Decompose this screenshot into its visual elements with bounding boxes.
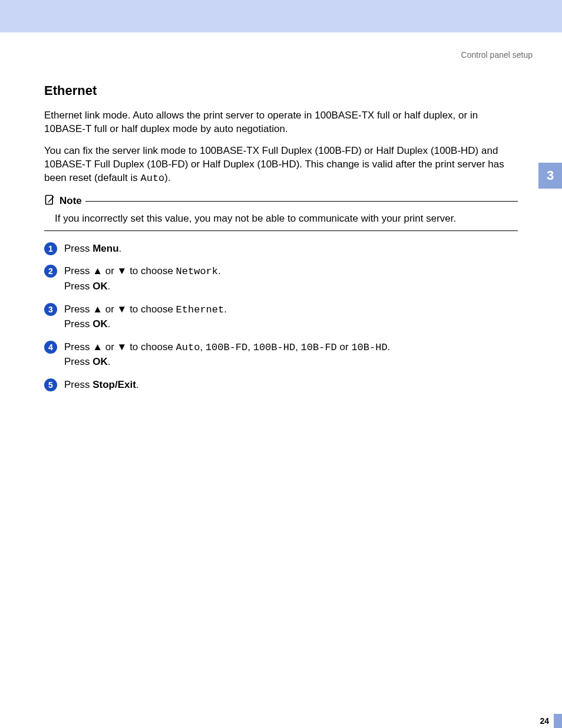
menu-key: Menu <box>92 243 118 254</box>
step-badge: 4 <box>44 341 57 354</box>
note-rule-bottom <box>44 230 518 231</box>
intro-p2-pre: You can fix the server link mode to 100B… <box>44 145 504 183</box>
down-arrow-icon: ▼ <box>117 341 127 353</box>
text: or <box>103 304 117 315</box>
text: Press <box>64 341 92 353</box>
text: or <box>103 265 117 276</box>
code-100b-hd: 100B-HD <box>253 342 295 353</box>
steps-list: 1 Press Menu. 2 Press ▲ or ▼ to choose N… <box>44 242 518 393</box>
down-arrow-icon: ▼ <box>117 265 127 276</box>
text: Press <box>64 318 92 330</box>
step-1-body: Press Menu. <box>64 242 121 256</box>
text: . <box>218 265 221 276</box>
step-badge: 3 <box>44 303 57 316</box>
step-badge: 2 <box>44 265 57 278</box>
text: or <box>103 341 117 353</box>
text: Press <box>64 281 92 292</box>
text: Press <box>64 379 92 390</box>
note-body: If you incorrectly set this value, you m… <box>55 212 518 226</box>
down-arrow-icon: ▼ <box>117 304 127 315</box>
code-ethernet: Ethernet <box>176 304 224 315</box>
chapter-tab: 3 <box>538 163 562 189</box>
code-auto: Auto <box>176 342 200 353</box>
text: to choose <box>127 341 176 353</box>
step-1: 1 Press Menu. <box>44 242 518 256</box>
page-number-bar: 24 <box>535 714 562 728</box>
step-badge: 1 <box>44 242 57 255</box>
text: Press <box>64 304 92 315</box>
text: Press <box>64 243 92 254</box>
text: , <box>295 341 300 353</box>
ok-key: OK <box>92 281 108 292</box>
up-arrow-icon: ▲ <box>92 265 103 276</box>
breadcrumb: Control panel setup <box>0 50 533 60</box>
text: Press <box>64 265 92 276</box>
text: . <box>119 243 122 254</box>
note-rule-top <box>85 201 518 202</box>
note-block: Note If you incorrectly set this value, … <box>44 194 518 231</box>
text: to choose <box>127 304 176 315</box>
step-badge: 5 <box>44 378 57 391</box>
intro-paragraph-1: Ethernet link mode. Auto allows the prin… <box>44 109 518 136</box>
text: . <box>108 318 111 330</box>
code-network: Network <box>176 266 218 277</box>
text: , <box>200 341 205 353</box>
page-number: 24 <box>535 714 554 728</box>
intro-p2-code: Auto <box>140 173 164 184</box>
page-number-accent <box>554 714 562 728</box>
text: Press <box>64 356 92 367</box>
text: to choose <box>127 265 176 276</box>
stop-exit-key: Stop/Exit <box>92 379 136 390</box>
top-header-band <box>0 0 562 32</box>
text: . <box>108 356 111 367</box>
text: . <box>224 304 227 315</box>
ok-key: OK <box>92 356 108 367</box>
step-3: 3 Press ▲ or ▼ to choose Ethernet. Press… <box>44 302 518 332</box>
step-3-body: Press ▲ or ▼ to choose Ethernet. Press O… <box>64 302 227 332</box>
text: . <box>388 341 391 353</box>
text: . <box>108 281 111 292</box>
step-5: 5 Press Stop/Exit. <box>44 378 518 393</box>
intro-paragraph-2: You can fix the server link mode to 100B… <box>44 144 518 186</box>
step-4-body: Press ▲ or ▼ to choose Auto, 100B-FD, 10… <box>64 340 390 370</box>
svg-rect-0 <box>46 195 53 204</box>
ok-key: OK <box>92 318 108 330</box>
step-5-body: Press Stop/Exit. <box>64 378 139 393</box>
text: or <box>337 341 352 353</box>
note-pencil-icon <box>44 194 56 209</box>
text: . <box>136 379 139 390</box>
intro-p2-post: ). <box>164 172 170 183</box>
code-10b-hd: 10B-HD <box>351 342 387 353</box>
up-arrow-icon: ▲ <box>92 341 103 353</box>
code-10b-fd: 10B-FD <box>301 342 337 353</box>
step-2-body: Press ▲ or ▼ to choose Network. Press OK… <box>64 264 221 294</box>
text: , <box>247 341 253 353</box>
code-100b-fd: 100B-FD <box>206 342 247 353</box>
page-title: Ethernet <box>44 83 518 98</box>
step-2: 2 Press ▲ or ▼ to choose Network. Press … <box>44 264 518 294</box>
up-arrow-icon: ▲ <box>92 304 103 315</box>
step-4: 4 Press ▲ or ▼ to choose Auto, 100B-FD, … <box>44 340 518 370</box>
note-label: Note <box>59 195 82 207</box>
